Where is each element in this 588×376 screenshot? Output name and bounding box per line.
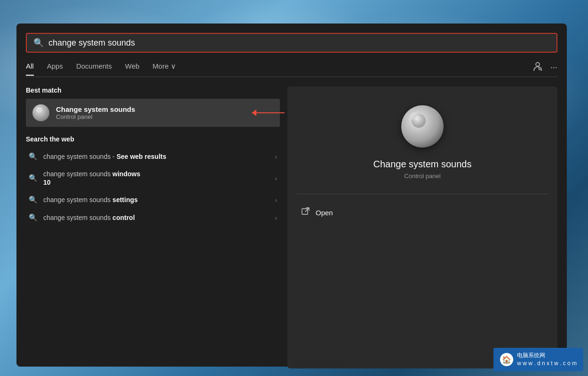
tabs-row: All Apps Documents Web More ∨ ··· — [26, 61, 557, 77]
content-area: Best match Change system sounds Control … — [26, 86, 557, 368]
web-search-icon-2: 🔍 — [29, 174, 38, 182]
tab-documents[interactable]: Documents — [76, 62, 112, 73]
best-match-text: Change system sounds Control panel — [56, 105, 135, 120]
detail-subtitle: Control panel — [404, 172, 440, 180]
search-web-label: Search the web — [26, 135, 280, 143]
web-search-icon-1: 🔍 — [29, 152, 38, 161]
chevron-right-icon-1: › — [275, 153, 277, 160]
detail-title: Change system sounds — [373, 159, 471, 170]
web-result-text-4: change system sounds control — [43, 214, 275, 221]
tab-apps[interactable]: Apps — [47, 62, 63, 73]
open-icon — [302, 207, 310, 218]
web-result-4[interactable]: 🔍 change system sounds control › — [26, 209, 280, 227]
web-result-text-3: change system sounds settings — [43, 196, 275, 204]
best-match-subtitle: Control panel — [56, 113, 135, 120]
search-panel: 🔍 All Apps Documents Web More ∨ ··· — [16, 24, 567, 367]
tabs-right-icons: ··· — [532, 61, 557, 74]
web-search-icon-4: 🔍 — [29, 213, 38, 222]
chevron-right-icon-3: › — [275, 196, 277, 204]
web-result-text-2: change system sounds windows 10 — [43, 170, 275, 186]
detail-actions: Open — [297, 204, 548, 221]
chevron-right-icon-4: › — [275, 214, 277, 221]
tab-web[interactable]: Web — [125, 62, 140, 73]
detail-divider — [297, 194, 548, 194]
watermark-text: 电脑系统网 w w w . d n x t w . c o m — [517, 352, 577, 368]
person-icon-button[interactable] — [532, 61, 543, 74]
tab-more[interactable]: More ∨ — [152, 62, 175, 73]
search-bar[interactable]: 🔍 — [26, 33, 557, 53]
watermark-logo: 🏠 — [500, 353, 513, 366]
chevron-down-icon: ∨ — [171, 62, 176, 70]
best-match-label: Best match — [26, 86, 280, 94]
web-result-3[interactable]: 🔍 change system sounds settings › — [26, 191, 280, 209]
open-label: Open — [316, 209, 333, 217]
right-detail-panel: Change system sounds Control panel Open — [287, 86, 557, 368]
best-match-item[interactable]: Change system sounds Control panel — [26, 99, 280, 127]
web-result-text-1: change system sounds - See web results — [43, 153, 275, 160]
open-button[interactable]: Open — [302, 204, 543, 221]
watermark: 🏠 电脑系统网 w w w . d n x t w . c o m — [493, 348, 583, 371]
arrow-line — [256, 112, 285, 113]
search-icon: 🔍 — [33, 38, 44, 48]
tab-all[interactable]: All — [26, 62, 34, 73]
best-match-title: Change system sounds — [56, 105, 135, 113]
left-panel: Best match Change system sounds Control … — [26, 86, 280, 368]
arrow-annotation — [252, 110, 285, 116]
web-result-1[interactable]: 🔍 change system sounds - See web results… — [26, 148, 280, 165]
more-options-button[interactable]: ··· — [550, 63, 557, 72]
detail-icon — [401, 105, 444, 148]
arrow-head — [252, 110, 256, 116]
svg-rect-4 — [302, 209, 308, 214]
search-input[interactable] — [48, 38, 550, 48]
chevron-right-icon-2: › — [275, 175, 277, 182]
svg-point-0 — [536, 63, 540, 66]
web-result-2[interactable]: 🔍 change system sounds windows 10 › — [26, 165, 280, 191]
web-search-icon-3: 🔍 — [29, 196, 38, 204]
system-sounds-icon — [32, 104, 49, 121]
